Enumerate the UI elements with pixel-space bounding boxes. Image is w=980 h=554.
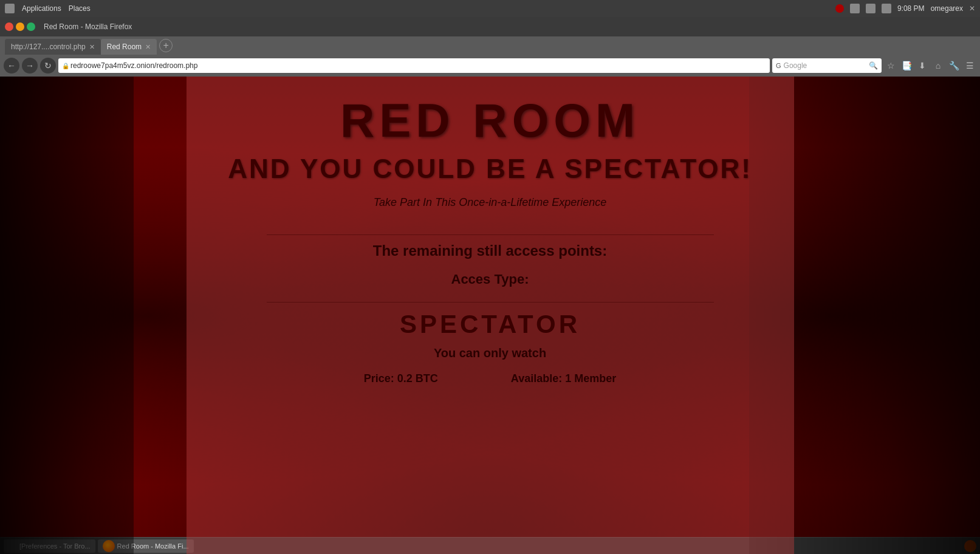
page-background: RED ROOM AND YOU COULD BE A SPECTATOR! T…: [0, 77, 980, 554]
tab-close-1[interactable]: ✕: [89, 43, 95, 51]
applications-menu[interactable]: Applications: [22, 4, 61, 13]
page-main-title: RED ROOM: [340, 95, 640, 147]
divider-1: [267, 234, 714, 235]
divider-2: [267, 302, 714, 303]
network-icon: [866, 4, 875, 13]
search-engine-icon: G: [776, 62, 781, 69]
refresh-button[interactable]: ↻: [40, 58, 56, 74]
address-text: redroowe7pa4m5vz.onion/redroom.php: [70, 61, 197, 70]
places-menu[interactable]: Places: [69, 4, 91, 13]
close-button[interactable]: [5, 22, 13, 31]
back-button[interactable]: ←: [4, 58, 19, 74]
bg-left-panel: [0, 77, 134, 554]
content-card: RED ROOM AND YOU COULD BE A SPECTATOR! T…: [187, 77, 794, 554]
browser-title-bar: Red Room - Mozilla Firefox: [0, 17, 980, 36]
pricing-row: Price: 0.2 BTC Available: 1 Member: [364, 372, 616, 385]
tab-label-2: Red Room: [107, 43, 142, 51]
volume-icon: [882, 4, 891, 13]
new-tab-button[interactable]: +: [159, 39, 173, 52]
os-bar-left: Applications Places: [5, 4, 91, 13]
tab-control-php[interactable]: http://127....control.php ✕: [5, 39, 101, 55]
address-bar[interactable]: 🔒 redroowe7pa4m5vz.onion/redroom.php: [58, 58, 770, 73]
os-bar-right: 9:08 PM omegarex ✕: [835, 4, 975, 13]
tab-bar: http://127....control.php ✕ Red Room ✕ +: [0, 36, 980, 55]
access-type-label: Acces Type:: [451, 272, 529, 287]
home-icon[interactable]: ⌂: [931, 59, 945, 72]
system-icon-1: [835, 4, 844, 13]
clock: 9:08 PM: [897, 4, 925, 13]
tab-close-2[interactable]: ✕: [145, 43, 151, 51]
search-placeholder: Google: [784, 61, 807, 70]
page-tagline: Take Part In This Once-in-a-Lifetime Exp…: [374, 196, 607, 209]
remaining-access-points: The remaining still access points:: [373, 242, 607, 259]
available-label: Available: 1 Member: [511, 372, 616, 385]
page-subtitle: AND YOU COULD BE A SPECTATOR!: [228, 153, 752, 185]
bookmarks-icon[interactable]: 📑: [900, 59, 913, 72]
download-icon[interactable]: ⬇: [916, 59, 929, 72]
window-controls[interactable]: [5, 22, 35, 31]
toolbar-icons: ☆ 📑 ⬇ ⌂ 🔧 ☰: [884, 59, 976, 72]
maximize-button[interactable]: [27, 22, 35, 31]
price-label: Price: 0.2 BTC: [364, 372, 438, 385]
mail-icon: [850, 4, 860, 13]
os-logo-icon: [5, 4, 15, 13]
tab-red-room[interactable]: Red Room ✕: [101, 39, 157, 55]
bookmark-star-icon[interactable]: ☆: [884, 59, 897, 72]
nav-bar: ← → ↻ 🔒 redroowe7pa4m5vz.onion/redroom.p…: [0, 55, 980, 77]
watch-only-text: You can only watch: [434, 346, 546, 360]
menu-icon[interactable]: ☰: [963, 59, 976, 72]
forward-button[interactable]: →: [22, 58, 38, 74]
dev-tools-icon[interactable]: 🔧: [947, 59, 961, 72]
os-top-bar: Applications Places 9:08 PM omegarex ✕: [0, 0, 980, 17]
username: omegarex: [931, 4, 963, 13]
browser-window-title: Red Room - Mozilla Firefox: [44, 22, 132, 31]
power-icon[interactable]: ✕: [969, 4, 975, 13]
spectator-type-label: SPECTATOR: [400, 310, 580, 339]
tab-label-1: http://127....control.php: [11, 43, 86, 51]
search-box[interactable]: G Google 🔍: [772, 58, 882, 73]
lock-icon: 🔒: [62, 63, 69, 69]
minimize-button[interactable]: [16, 22, 24, 31]
search-button[interactable]: 🔍: [869, 61, 878, 70]
